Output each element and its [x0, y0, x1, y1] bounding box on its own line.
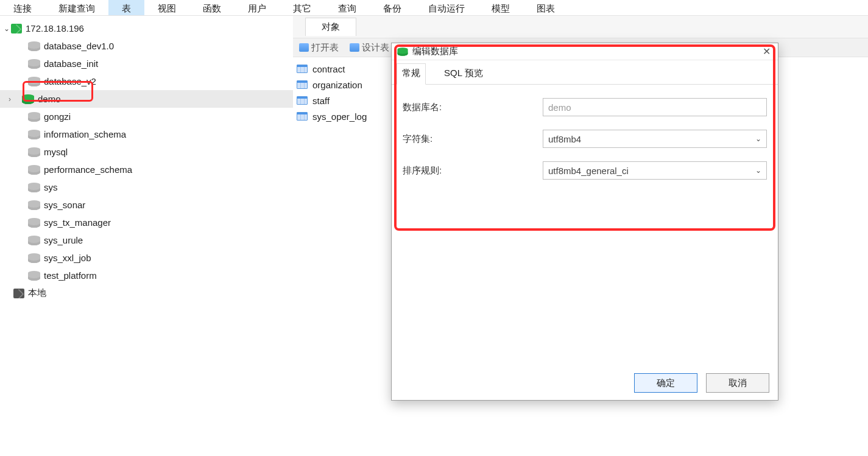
select-value: utf8mb4 — [548, 134, 581, 144]
tree-local-connection[interactable]: 本地 — [0, 284, 293, 302]
table-open-icon — [299, 43, 309, 52]
menu-new-query[interactable]: 新建查询 — [45, 0, 108, 15]
tree-db-8[interactable]: sys — [0, 178, 293, 196]
table-name: sys_oper_log — [312, 111, 367, 122]
tree-db-label: performance_schema — [44, 164, 132, 175]
database-icon — [28, 130, 40, 139]
tree-db-5[interactable]: information_schema — [0, 125, 293, 143]
chevron-down-icon: ⌄ — [755, 135, 761, 143]
table-icon — [297, 96, 308, 105]
menu-model[interactable]: 模型 — [478, 0, 523, 15]
tree-db-label: information_schema — [44, 129, 126, 139]
table-design-icon — [350, 43, 359, 52]
toolbar-label: 打开表 — [311, 42, 339, 54]
tree-db-10[interactable]: sys_tx_manager — [0, 214, 293, 231]
database-icon — [28, 218, 40, 228]
connection-label: 172.18.18.196 — [26, 23, 84, 33]
menu-connect[interactable]: 连接 — [0, 0, 45, 15]
connection-tree: ⌄ 172.18.18.196 database_dev1.0 database… — [0, 16, 293, 456]
input-db-name[interactable] — [543, 98, 767, 116]
menu-view[interactable]: 视图 — [144, 0, 189, 15]
tree-db-label: database_dev1.0 — [44, 41, 114, 51]
table-name: staff — [312, 96, 330, 106]
database-icon — [28, 271, 40, 281]
cancel-button[interactable]: 取消 — [706, 373, 769, 393]
select-value: utf8mb4_general_ci — [548, 166, 629, 176]
tree-db-label: gongzi — [44, 111, 71, 122]
tree-db-demo[interactable]: › demo — [0, 90, 293, 108]
table-icon — [297, 80, 308, 89]
tree-db-label: sys — [44, 182, 58, 192]
top-menubar: 连接 新建查询 表 视图 函数 用户 其它 查询 备份 自动运行 模型 图表 — [0, 0, 868, 16]
connection-icon — [13, 289, 24, 298]
table-name: contract — [312, 64, 345, 74]
menu-backup[interactable]: 备份 — [370, 0, 415, 15]
menu-table[interactable]: 表 — [108, 0, 144, 15]
dialog-footer: 确定 取消 — [634, 373, 769, 393]
dialog-title: 编辑数据库 — [412, 46, 760, 57]
database-icon — [398, 47, 408, 56]
tree-db-7[interactable]: performance_schema — [0, 161, 293, 178]
database-icon — [28, 112, 40, 122]
database-icon — [28, 253, 40, 263]
database-icon — [22, 94, 34, 104]
chevron-down-icon: ⌄ — [755, 166, 761, 175]
connection-label: 本地 — [28, 287, 46, 299]
tree-db-0[interactable]: database_dev1.0 — [0, 37, 293, 55]
toolbar-design-table[interactable]: 设计表 — [350, 42, 389, 54]
menu-chart[interactable]: 图表 — [523, 0, 568, 15]
database-icon — [28, 236, 40, 245]
ok-button[interactable]: 确定 — [634, 373, 697, 393]
label-db-name: 数据库名: — [403, 102, 543, 113]
dialog-body: 数据库名: 字符集: utf8mb4 ⌄ 排序规则: utf8mb4_gener… — [392, 85, 778, 180]
menu-query[interactable]: 查询 — [325, 0, 370, 15]
tree-db-label: demo — [38, 94, 61, 104]
table-name: organization — [312, 80, 362, 90]
label-collation: 排序规则: — [403, 165, 543, 177]
connection-icon — [11, 24, 22, 33]
database-icon — [28, 59, 40, 69]
tree-db-6[interactable]: mysql — [0, 143, 293, 161]
select-collation[interactable]: utf8mb4_general_ci ⌄ — [543, 161, 767, 180]
select-charset[interactable]: utf8mb4 ⌄ — [543, 130, 767, 148]
tab-objects[interactable]: 对象 — [305, 18, 356, 36]
chevron-right-icon: › — [9, 95, 11, 103]
chevron-down-icon: ⌄ — [2, 24, 11, 33]
tree-db-label: database_init — [44, 58, 98, 69]
database-icon — [28, 183, 40, 192]
tree-db-4[interactable]: gongzi — [0, 108, 293, 125]
tree-db-label: test_platform — [44, 270, 97, 281]
database-icon — [28, 147, 40, 157]
label-charset: 字符集: — [403, 133, 543, 145]
tree-db-label: mysql — [44, 147, 68, 157]
menu-auto[interactable]: 自动运行 — [415, 0, 478, 15]
tree-db-1[interactable]: database_init — [0, 55, 293, 72]
menu-user[interactable]: 用户 — [235, 0, 280, 15]
toolbar-open-table[interactable]: 打开表 — [299, 42, 339, 54]
tree-db-label: sys_tx_manager — [44, 217, 111, 228]
close-icon[interactable]: ✕ — [760, 46, 773, 57]
edit-database-dialog: 编辑数据库 ✕ 常规 SQL 预览 数据库名: 字符集: utf8mb4 ⌄ 排… — [391, 43, 778, 401]
table-icon — [297, 65, 308, 73]
tree-connection[interactable]: ⌄ 172.18.18.196 — [0, 19, 293, 37]
tree-db-label: sys_urule — [44, 235, 83, 245]
database-icon — [28, 77, 40, 86]
tree-db-label: database_v2 — [44, 76, 96, 86]
database-icon — [28, 165, 40, 175]
object-tabstrip: 对象 — [293, 16, 868, 38]
tree-db-13[interactable]: test_platform — [0, 267, 293, 284]
tree-db-label: sys_sonar — [44, 200, 85, 210]
dialog-titlebar[interactable]: 编辑数据库 ✕ — [392, 43, 778, 60]
tree-db-11[interactable]: sys_urule — [0, 231, 293, 249]
toolbar-label: 设计表 — [362, 42, 389, 54]
tab-sql-preview[interactable]: SQL 预览 — [439, 64, 488, 84]
tree-db-2[interactable]: database_v2 — [0, 72, 293, 90]
menu-function[interactable]: 函数 — [189, 0, 235, 15]
tab-general[interactable]: 常规 — [397, 63, 426, 85]
database-icon — [28, 200, 40, 210]
menu-other[interactable]: 其它 — [280, 0, 325, 15]
tree-db-label: sys_xxl_job — [44, 253, 91, 263]
tree-db-12[interactable]: sys_xxl_job — [0, 249, 293, 267]
table-icon — [297, 112, 308, 121]
tree-db-9[interactable]: sys_sonar — [0, 196, 293, 214]
